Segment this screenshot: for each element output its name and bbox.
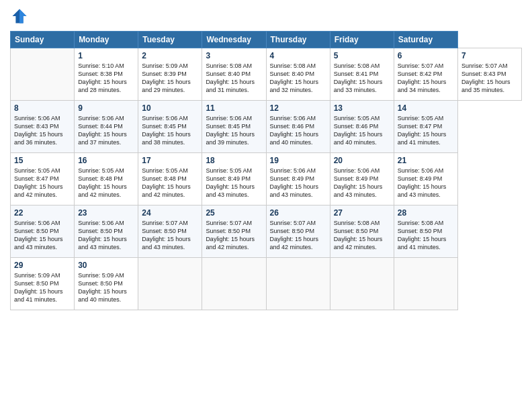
week-row-5: 29Sunrise: 5:09 AM Sunset: 8:50 PM Dayli…: [11, 258, 522, 310]
day-cell: 18Sunrise: 5:05 AM Sunset: 8:49 PM Dayli…: [202, 153, 266, 205]
header-cell-saturday: Saturday: [394, 32, 457, 48]
day-number: 23: [78, 208, 134, 218]
day-info: Sunrise: 5:06 AM Sunset: 8:50 PM Dayligh…: [78, 219, 134, 252]
day-number: 2: [142, 51, 198, 60]
day-info: Sunrise: 5:05 AM Sunset: 8:49 PM Dayligh…: [206, 167, 262, 199]
day-info: Sunrise: 5:06 AM Sunset: 8:46 PM Dayligh…: [270, 114, 326, 147]
day-number: 7: [461, 51, 518, 60]
day-number: 5: [334, 51, 390, 60]
day-number: 30: [78, 261, 134, 270]
day-number: 9: [78, 103, 134, 113]
day-info: Sunrise: 5:06 AM Sunset: 8:44 PM Dayligh…: [78, 114, 134, 147]
day-cell: 22Sunrise: 5:06 AM Sunset: 8:50 PM Dayli…: [11, 205, 75, 258]
day-cell: 1Sunrise: 5:10 AM Sunset: 8:38 PM Daylig…: [75, 48, 138, 101]
day-number: 18: [206, 156, 262, 165]
day-cell: 5Sunrise: 5:08 AM Sunset: 8:41 PM Daylig…: [330, 48, 394, 101]
day-cell: 13Sunrise: 5:05 AM Sunset: 8:46 PM Dayli…: [330, 101, 394, 153]
day-cell: [138, 258, 202, 310]
day-cell: 14Sunrise: 5:05 AM Sunset: 8:47 PM Dayli…: [394, 101, 457, 153]
day-info: Sunrise: 5:06 AM Sunset: 8:45 PM Dayligh…: [206, 114, 262, 147]
day-info: Sunrise: 5:05 AM Sunset: 8:47 PM Dayligh…: [398, 114, 454, 147]
day-number: 28: [398, 208, 454, 218]
day-cell: 30Sunrise: 5:09 AM Sunset: 8:50 PM Dayli…: [75, 258, 138, 310]
day-info: Sunrise: 5:08 AM Sunset: 8:50 PM Dayligh…: [398, 219, 454, 252]
day-info: Sunrise: 5:07 AM Sunset: 8:43 PM Dayligh…: [461, 62, 518, 95]
day-info: Sunrise: 5:10 AM Sunset: 8:38 PM Dayligh…: [78, 62, 134, 95]
day-number: 10: [142, 103, 198, 113]
day-info: Sunrise: 5:05 AM Sunset: 8:46 PM Dayligh…: [334, 114, 390, 147]
logo: [10, 7, 32, 26]
day-number: 29: [14, 261, 71, 270]
header-cell-friday: Friday: [330, 32, 394, 48]
day-info: Sunrise: 5:09 AM Sunset: 8:50 PM Dayligh…: [78, 271, 134, 304]
week-row-3: 15Sunrise: 5:05 AM Sunset: 8:47 PM Dayli…: [11, 153, 522, 205]
day-cell: 11Sunrise: 5:06 AM Sunset: 8:45 PM Dayli…: [202, 101, 266, 153]
day-number: 1: [78, 51, 134, 60]
day-cell: 15Sunrise: 5:05 AM Sunset: 8:47 PM Dayli…: [11, 153, 75, 205]
day-cell: 28Sunrise: 5:08 AM Sunset: 8:50 PM Dayli…: [394, 205, 457, 258]
day-cell: [202, 258, 266, 310]
day-info: Sunrise: 5:06 AM Sunset: 8:49 PM Dayligh…: [334, 167, 390, 199]
day-cell: 6Sunrise: 5:07 AM Sunset: 8:42 PM Daylig…: [394, 48, 457, 101]
day-number: 26: [270, 208, 326, 218]
day-number: 13: [334, 103, 390, 113]
day-number: 19: [270, 156, 326, 165]
day-info: Sunrise: 5:07 AM Sunset: 8:50 PM Dayligh…: [206, 219, 262, 252]
day-number: 27: [334, 208, 390, 218]
day-cell: [11, 48, 75, 101]
header-row: SundayMondayTuesdayWednesdayThursdayFrid…: [11, 32, 522, 48]
day-cell: 29Sunrise: 5:09 AM Sunset: 8:50 PM Dayli…: [11, 258, 75, 310]
week-row-4: 22Sunrise: 5:06 AM Sunset: 8:50 PM Dayli…: [11, 205, 522, 258]
day-info: Sunrise: 5:09 AM Sunset: 8:39 PM Dayligh…: [142, 62, 198, 95]
week-row-2: 8Sunrise: 5:06 AM Sunset: 8:43 PM Daylig…: [11, 101, 522, 153]
day-number: 4: [270, 51, 326, 60]
day-number: 21: [398, 156, 454, 165]
logo-icon: [10, 7, 29, 26]
day-number: 20: [334, 156, 390, 165]
day-cell: 17Sunrise: 5:05 AM Sunset: 8:48 PM Dayli…: [138, 153, 202, 205]
day-cell: [266, 258, 330, 310]
day-cell: 23Sunrise: 5:06 AM Sunset: 8:50 PM Dayli…: [75, 205, 138, 258]
day-cell: 9Sunrise: 5:06 AM Sunset: 8:44 PM Daylig…: [75, 101, 138, 153]
day-info: Sunrise: 5:05 AM Sunset: 8:48 PM Dayligh…: [142, 167, 198, 199]
day-info: Sunrise: 5:06 AM Sunset: 8:45 PM Dayligh…: [142, 114, 198, 147]
day-info: Sunrise: 5:08 AM Sunset: 8:40 PM Dayligh…: [270, 62, 326, 95]
day-cell: 12Sunrise: 5:06 AM Sunset: 8:46 PM Dayli…: [266, 101, 330, 153]
header-cell-tuesday: Tuesday: [138, 32, 202, 48]
day-info: Sunrise: 5:06 AM Sunset: 8:49 PM Dayligh…: [270, 167, 326, 199]
day-cell: [330, 258, 394, 310]
svg-marker-1: [19, 9, 27, 24]
header: [10, 7, 522, 26]
day-cell: 27Sunrise: 5:08 AM Sunset: 8:50 PM Dayli…: [330, 205, 394, 258]
day-number: 12: [270, 103, 326, 113]
day-number: 11: [206, 103, 262, 113]
day-info: Sunrise: 5:08 AM Sunset: 8:50 PM Dayligh…: [334, 219, 390, 252]
day-info: Sunrise: 5:07 AM Sunset: 8:50 PM Dayligh…: [142, 219, 198, 252]
page: SundayMondayTuesdayWednesdayThursdayFrid…: [0, 0, 532, 411]
day-cell: 19Sunrise: 5:06 AM Sunset: 8:49 PM Dayli…: [266, 153, 330, 205]
day-number: 16: [78, 156, 134, 165]
day-cell: 25Sunrise: 5:07 AM Sunset: 8:50 PM Dayli…: [202, 205, 266, 258]
day-info: Sunrise: 5:07 AM Sunset: 8:50 PM Dayligh…: [270, 219, 326, 252]
day-info: Sunrise: 5:06 AM Sunset: 8:43 PM Dayligh…: [14, 114, 71, 147]
header-cell-thursday: Thursday: [266, 32, 330, 48]
day-cell: 10Sunrise: 5:06 AM Sunset: 8:45 PM Dayli…: [138, 101, 202, 153]
day-info: Sunrise: 5:06 AM Sunset: 8:50 PM Dayligh…: [14, 219, 71, 252]
day-cell: [394, 258, 457, 310]
day-info: Sunrise: 5:06 AM Sunset: 8:49 PM Dayligh…: [398, 167, 454, 199]
day-number: 8: [14, 103, 71, 113]
day-number: 17: [142, 156, 198, 165]
day-cell: 8Sunrise: 5:06 AM Sunset: 8:43 PM Daylig…: [11, 101, 75, 153]
day-number: 24: [142, 208, 198, 218]
day-cell: 20Sunrise: 5:06 AM Sunset: 8:49 PM Dayli…: [330, 153, 394, 205]
header-cell-sunday: Sunday: [11, 32, 75, 48]
day-cell: 21Sunrise: 5:06 AM Sunset: 8:49 PM Dayli…: [394, 153, 457, 205]
header-cell-wednesday: Wednesday: [202, 32, 266, 48]
day-number: 25: [206, 208, 262, 218]
day-info: Sunrise: 5:07 AM Sunset: 8:42 PM Dayligh…: [398, 62, 454, 95]
day-cell: 24Sunrise: 5:07 AM Sunset: 8:50 PM Dayli…: [138, 205, 202, 258]
day-info: Sunrise: 5:09 AM Sunset: 8:50 PM Dayligh…: [14, 271, 71, 304]
day-number: 6: [398, 51, 454, 60]
day-number: 14: [398, 103, 454, 113]
day-cell: 3Sunrise: 5:08 AM Sunset: 8:40 PM Daylig…: [202, 48, 266, 101]
